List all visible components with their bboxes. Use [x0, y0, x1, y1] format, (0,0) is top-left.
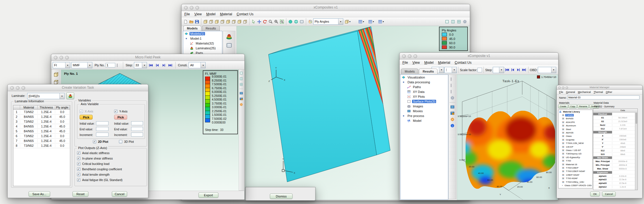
- info-icon[interactable]: [450, 124, 455, 128]
- animate-icon[interactable]: [450, 105, 455, 109]
- increment-input-x[interactable]: [96, 133, 108, 137]
- close-button[interactable]: [402, 54, 406, 58]
- menu-item[interactable]: File: [184, 12, 190, 16]
- step-combo[interactable]: ▼: [493, 67, 504, 73]
- material-data-row[interactable]: S2368e6: [593, 152, 637, 156]
- view-cube-2-icon[interactable]: [208, 19, 214, 25]
- material-item[interactable]: T700/135EP-NSAF: [558, 170, 592, 173]
- material-data-row[interactable]: Max Strain: [593, 156, 637, 160]
- material-item[interactable]: T700/135Ep_10Er: [558, 180, 592, 184]
- material-data-row[interactable]: E221.523e9: [593, 120, 637, 124]
- table-row[interactable]: 4B4/N551.25E-445.0: [13, 124, 70, 129]
- step-prev-button[interactable]: [510, 67, 515, 73]
- material-item[interactable]: Graphite: [558, 138, 592, 141]
- table-row[interactable]: 5B4/N551.25E-445.0: [13, 129, 70, 134]
- minimize-button[interactable]: [59, 56, 63, 60]
- tree-item[interactable]: XY Data: [400, 89, 448, 94]
- material-item[interactable]: Glass: [558, 135, 592, 138]
- new-button[interactable]: [183, 19, 188, 25]
- material-data-row[interactable]: Max. Shear9000e-6: [593, 167, 637, 171]
- tab-results[interactable]: Results: [419, 69, 438, 74]
- step-last-button[interactable]: [521, 67, 527, 73]
- movie-time-icon[interactable]: [240, 97, 243, 101]
- table-row[interactable]: 7B4/N551.25E-445.0: [13, 139, 70, 143]
- results-titlebar[interactable]: xComposite v1: [400, 53, 558, 60]
- quad-view-icon[interactable]: [240, 83, 243, 86]
- initial-value-input-x[interactable]: [96, 121, 108, 125]
- material-item[interactable]: A6/H35: [558, 131, 592, 134]
- window-controls[interactable]: [558, 86, 568, 89]
- tree-item[interactable]: Materials(32): [183, 41, 222, 46]
- zoom-button[interactable]: [566, 86, 568, 89]
- tree-item[interactable]: Data processing: [400, 80, 448, 84]
- plot-2d-checkbox-row[interactable]: ✓2D Plot: [93, 140, 108, 143]
- layout-single-icon[interactable]: [444, 19, 450, 25]
- material-item[interactable]: UD-Eglass/Ep: [558, 156, 592, 159]
- window-controls[interactable]: [402, 54, 417, 58]
- material-data-row[interactable]: Y40e6: [593, 142, 637, 145]
- library-root[interactable]: Material Library: [558, 110, 592, 113]
- tree-item[interactable]: Model: [400, 118, 448, 123]
- output-checkbox-row[interactable]: ✓Axial fatigue life (GL Standard): [77, 178, 123, 182]
- pan-icon[interactable]: [257, 19, 262, 25]
- x-axis-checkbox-row[interactable]: ✓X-Axis: [80, 110, 93, 113]
- minimize-button[interactable]: [408, 54, 411, 58]
- step-first-button[interactable]: [504, 67, 510, 73]
- menu-item[interactable]: Thermal: [594, 91, 603, 94]
- material-data-row[interactable]: Y'246e6: [593, 145, 637, 149]
- menu-item[interactable]: File: [559, 91, 563, 94]
- micro-titlebar[interactable]: Micro Field Peek: [51, 54, 244, 61]
- material-item[interactable]: T700/L135i_NEW: [558, 142, 592, 145]
- contour-flag-icon[interactable]: [450, 77, 455, 81]
- display-grid-dropdown-3[interactable]: ▼: [376, 19, 386, 25]
- menu-item[interactable]: General: [566, 91, 575, 94]
- menu-item[interactable]: Contact Us: [455, 61, 472, 65]
- table-row[interactable]: 2B4/N551.25E-445.0: [13, 114, 70, 119]
- material-data-row[interactable]: E158.396e9: [593, 116, 637, 120]
- display-grid-dropdown-2[interactable]: ▼: [366, 19, 376, 25]
- step-last-button[interactable]: [168, 62, 173, 68]
- table-scrollbar[interactable]: [635, 112, 637, 190]
- main-titlebar[interactable]: xComposites v1: [182, 4, 470, 11]
- contour-flag-icon[interactable]: [116, 63, 121, 67]
- rotate-icon[interactable]: [262, 19, 268, 25]
- output-checkbox-row[interactable]: ✓Axial elastic stiffness: [77, 151, 123, 155]
- material-data-row[interactable]: alpha121.2e-6: [593, 185, 637, 189]
- minimize-button[interactable]: [562, 86, 564, 89]
- material-item[interactable]: T700/135EP: [558, 166, 592, 169]
- increment-input-y[interactable]: [131, 133, 143, 137]
- mode-combo[interactable]: MMF▼: [71, 62, 92, 68]
- single-view-icon[interactable]: [240, 71, 243, 75]
- window-controls[interactable]: [184, 6, 199, 10]
- name-input[interactable]: [568, 95, 639, 99]
- zoom-button[interactable]: [195, 6, 199, 10]
- material-data-row[interactable]: S1268e6: [593, 149, 637, 152]
- material-item[interactable]: Glass-135EP-Vf0425~10Er: [558, 184, 592, 187]
- calculator-icon[interactable]: [226, 42, 232, 48]
- tree-item[interactable]: Surface Plots(3): [400, 99, 448, 104]
- menu-item[interactable]: Model: [424, 61, 434, 65]
- ply-no-input[interactable]: [106, 63, 115, 67]
- material-data-row[interactable]: Max. Principal20000e-6: [593, 160, 637, 163]
- ok-button[interactable]: OK: [590, 192, 600, 196]
- data-panel-icon[interactable]: [299, 19, 304, 25]
- tab-models[interactable]: Models: [183, 26, 201, 31]
- color-mode-combo[interactable]: Ply Angles▼: [313, 18, 343, 25]
- end-value-input-y[interactable]: [131, 127, 143, 131]
- step-combo[interactable]: 33▼: [134, 62, 147, 68]
- step-prev-button[interactable]: [155, 62, 160, 68]
- zoom-select-icon[interactable]: [279, 19, 285, 25]
- table-row[interactable]: 3T3/N521.25E-40.0: [13, 119, 70, 124]
- split-view-icon[interactable]: [240, 77, 243, 80]
- tree-item[interactable]: XY Plots: [400, 94, 448, 99]
- material-data-row[interactable]: X'1500e6: [593, 138, 637, 142]
- close-button[interactable]: [54, 56, 57, 60]
- material-item[interactable]: Aluminum: [558, 124, 592, 128]
- wireframe-view-icon[interactable]: [293, 19, 299, 25]
- tree-item[interactable]: Visualization: [400, 75, 448, 80]
- shaded-view-icon[interactable]: [288, 19, 293, 25]
- material-item[interactable]: Glass / 135 EP: [558, 148, 592, 152]
- tree-item[interactable]: Laminates(25): [183, 46, 222, 50]
- material-data-row[interactable]: alpha110.02e-6: [593, 174, 637, 178]
- variation-titlebar[interactable]: Create Variation Task: [8, 84, 148, 91]
